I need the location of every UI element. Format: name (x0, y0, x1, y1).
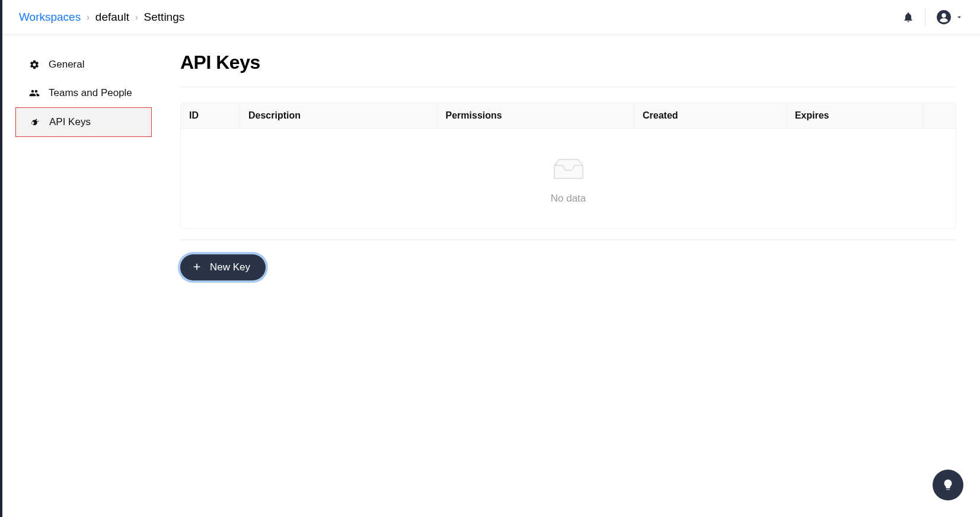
header: Workspaces › default › Settings (2, 0, 980, 35)
column-header-permissions: Permissions (438, 103, 635, 128)
column-header-actions (924, 103, 956, 128)
chevron-down-icon (955, 13, 963, 21)
sidebar-item-label: API Keys (49, 116, 91, 128)
key-icon (29, 117, 41, 127)
divider (180, 87, 956, 87)
sidebar-item-general[interactable]: General (15, 50, 152, 79)
empty-inbox-icon (550, 155, 588, 183)
column-header-expires: Expires (787, 103, 924, 128)
breadcrumb-workspaces[interactable]: Workspaces (19, 11, 81, 24)
people-icon (28, 88, 40, 98)
table-empty-state: No data (181, 129, 956, 228)
gear-icon (28, 59, 40, 70)
column-header-created: Created (634, 103, 787, 128)
breadcrumb-default[interactable]: default (95, 11, 129, 24)
svg-point-1 (941, 13, 946, 17)
sidebar-item-label: Teams and People (49, 87, 132, 99)
plus-icon (192, 261, 202, 273)
column-header-description: Description (240, 103, 438, 128)
sidebar-item-teams[interactable]: Teams and People (15, 79, 152, 107)
breadcrumb-settings: Settings (144, 11, 185, 24)
separator (925, 8, 925, 26)
main-content: API Keys ID Description Permissions Crea… (157, 35, 980, 304)
new-key-button[interactable]: New Key (180, 254, 266, 280)
new-key-label: New Key (210, 261, 250, 273)
empty-text: No data (551, 193, 586, 205)
chevron-right-icon: › (135, 12, 138, 22)
header-actions (902, 8, 963, 26)
column-header-id: ID (181, 103, 240, 128)
lightbulb-icon (941, 478, 955, 492)
help-button[interactable] (933, 470, 963, 500)
sidebar-item-api-keys[interactable]: API Keys (15, 107, 152, 137)
chevron-right-icon: › (87, 12, 90, 22)
sidebar: General Teams and People API Keys (2, 35, 157, 304)
table-header-row: ID Description Permissions Created Expir… (181, 103, 956, 129)
user-avatar-icon (936, 9, 952, 25)
sidebar-item-label: General (49, 59, 84, 71)
bell-icon[interactable] (902, 11, 914, 23)
user-menu[interactable] (936, 9, 963, 25)
page-title: API Keys (180, 52, 956, 74)
api-keys-table: ID Description Permissions Created Expir… (180, 103, 956, 229)
divider (180, 240, 956, 240)
breadcrumb: Workspaces › default › Settings (19, 11, 184, 24)
